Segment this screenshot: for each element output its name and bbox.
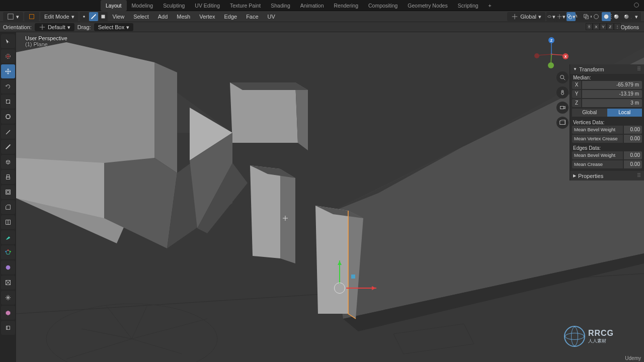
scene-icon[interactable] — [633, 2, 641, 10]
edges-data-label: Edges Data: — [570, 143, 644, 151]
workspace-tab-animation[interactable]: Animation — [295, 0, 329, 11]
gizmo-axis-z[interactable]: Z — [548, 37, 554, 43]
perspective-label: User Perspective — [25, 35, 67, 41]
tool-scale[interactable] — [1, 95, 15, 109]
tool-move[interactable] — [1, 64, 15, 78]
workspace-tab-rendering[interactable]: Rendering — [329, 0, 363, 11]
svg-point-5 — [83, 16, 85, 18]
mirror-z[interactable]: Z — [607, 23, 614, 30]
mirror-x[interactable]: X — [593, 23, 600, 30]
options-dropdown[interactable]: Options — [618, 23, 642, 31]
drag-field[interactable]: Select Box ▾ — [94, 23, 134, 31]
workspace-tab-modeling[interactable]: Modeling — [127, 0, 158, 11]
header-uv[interactable]: UV — [264, 14, 279, 20]
tool-loop-cut[interactable] — [1, 215, 15, 229]
tool-measure[interactable] — [1, 140, 15, 154]
tool-annotate[interactable] — [1, 125, 15, 139]
v-crease-value[interactable]: 0.00 — [624, 135, 642, 143]
tool-bevel[interactable] — [1, 200, 15, 214]
nav-camera-icon[interactable] — [556, 102, 569, 114]
workspace-tab-geometry-nodes[interactable]: Geometry Nodes — [403, 0, 452, 11]
header-view[interactable]: View — [109, 14, 129, 20]
global-tab[interactable]: Global — [572, 109, 607, 117]
median-x-label: X — [572, 81, 581, 89]
svg-rect-31 — [7, 191, 9, 193]
median-y-value[interactable]: -13.19 m — [582, 90, 642, 98]
header-edge[interactable]: Edge — [220, 14, 241, 20]
tool-extrude[interactable] — [1, 170, 15, 184]
shading-material[interactable] — [612, 12, 621, 21]
mode-dropdown[interactable]: Edit Mode ▾ — [40, 12, 78, 21]
xray-toggle[interactable] — [582, 12, 591, 21]
active-object-label: (1) Plane — [25, 41, 67, 47]
gizmo-axis-neg-x[interactable] — [534, 53, 539, 58]
header-select[interactable]: Select — [129, 14, 153, 20]
shading-solid[interactable] — [602, 12, 611, 21]
sel-mode-vertex[interactable] — [79, 12, 89, 21]
orientation-field[interactable]: Default ▾ — [35, 23, 74, 31]
gizmo-toggle[interactable]: ▾ — [556, 12, 566, 21]
tool-rotate[interactable] — [1, 79, 15, 94]
tool-inset[interactable] — [1, 185, 15, 199]
object-icon[interactable] — [24, 12, 39, 21]
editor-type-dropdown[interactable]: ▾ — [3, 12, 23, 21]
sel-mode-face[interactable] — [99, 12, 108, 21]
e-bevel-value[interactable]: 0.00 — [624, 151, 642, 159]
orientation-dropdown[interactable]: Global ▾ — [507, 12, 545, 21]
tool-cursor[interactable] — [1, 49, 15, 63]
gizmo-axis-x[interactable]: X — [562, 53, 569, 59]
tool-shrink[interactable] — [1, 306, 15, 320]
tool-edge-slide[interactable] — [1, 291, 15, 305]
nav-perspective-icon[interactable] — [556, 117, 569, 129]
svg-point-44 — [560, 75, 564, 79]
header-face[interactable]: Face — [242, 14, 262, 20]
overlay-toggle[interactable]: ▾ — [567, 12, 576, 21]
workspace-tab-sculpting[interactable]: Sculpting — [158, 0, 190, 11]
header-mesh[interactable]: Mesh — [173, 14, 194, 20]
shading-dropdown[interactable]: ▾ — [632, 12, 641, 21]
svg-point-36 — [6, 265, 11, 270]
median-x-value[interactable]: -65.979 m — [582, 81, 642, 89]
mirror-icon[interactable] — [586, 23, 593, 30]
local-tab[interactable]: Local — [607, 109, 642, 117]
globe-icon — [564, 326, 585, 347]
e-crease-value[interactable]: 0.00 — [624, 160, 642, 168]
header-vertex[interactable]: Vertex — [195, 14, 219, 20]
workspace-tab-shading[interactable]: Shading — [266, 0, 295, 11]
tool-transform[interactable] — [1, 110, 15, 124]
transform-panel-header[interactable]: ▼Transform⠿ — [570, 64, 644, 74]
shading-rendered[interactable] — [622, 12, 631, 21]
properties-panel-header[interactable]: ▶Properties⠿ — [570, 171, 644, 180]
workspace-tab-compositing[interactable]: Compositing — [363, 0, 403, 11]
e-crease-label: Mean Crease — [572, 160, 623, 168]
tool-spin[interactable] — [1, 260, 15, 275]
tool-poly-build[interactable] — [1, 245, 15, 259]
v-bevel-value[interactable]: 0.00 — [624, 126, 642, 134]
n-panel: ▼Transform⠿ Median: X-65.979 m Y-13.19 m… — [570, 64, 644, 180]
median-z-value[interactable]: 3 m — [582, 99, 642, 107]
nav-zoom-icon[interactable] — [556, 71, 569, 83]
tool-knife[interactable] — [1, 230, 15, 244]
viewport[interactable]: User Perspective (1) Plane Z X ▼Transfor… — [16, 32, 644, 362]
tool-select-box[interactable] — [1, 34, 15, 48]
svg-point-35 — [5, 251, 7, 252]
mesh-display-btn[interactable]: ▾ — [546, 12, 555, 21]
tool-add-cube[interactable] — [1, 155, 15, 169]
gizmo-axis-y[interactable] — [548, 62, 554, 68]
workspace-tab-layout[interactable]: Layout — [101, 0, 127, 11]
left-toolbar — [0, 33, 16, 362]
nav-pan-icon[interactable] — [556, 86, 569, 99]
workspace-tab-add[interactable]: + — [484, 0, 497, 11]
shading-wireframe[interactable] — [592, 12, 601, 21]
tool-smooth[interactable] — [1, 276, 15, 290]
nav-gizmo[interactable]: Z X — [534, 37, 569, 71]
tool-rip[interactable] — [1, 321, 15, 335]
svg-line-43 — [537, 54, 551, 55]
header-add[interactable]: Add — [154, 14, 172, 20]
mirror-y[interactable]: Y — [600, 23, 607, 30]
workspace-tab-uv-editing[interactable]: UV Editing — [190, 0, 225, 11]
workspace-tab-scripting[interactable]: Scripting — [453, 0, 484, 11]
median-label: Median: — [570, 74, 644, 80]
sel-mode-edge[interactable] — [89, 12, 98, 21]
workspace-tab-texture-paint[interactable]: Texture Paint — [225, 0, 266, 11]
